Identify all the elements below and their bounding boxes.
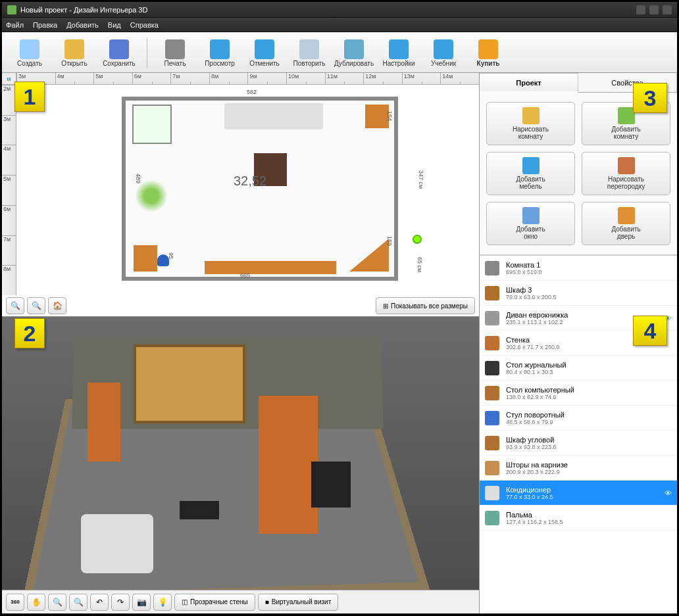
app-icon xyxy=(7,5,16,14)
toolbar-settings[interactable]: Настройки xyxy=(379,39,418,67)
visibility-eye-icon[interactable]: 👁 xyxy=(665,489,672,497)
plan-canvas[interactable]: 32,52 582 347 см 154 489 95 159 65 см 66… xyxy=(16,85,479,295)
toolbar-create[interactable]: Создать xyxy=(10,39,49,67)
action-label: комнату xyxy=(614,133,638,140)
furniture-sofa[interactable] xyxy=(205,261,336,274)
screenshot-button[interactable]: 📷 xyxy=(132,594,151,611)
object-thumb-icon xyxy=(485,261,499,275)
toolbar-undo[interactable]: Отменить xyxy=(245,39,284,67)
view3d-toolbar: 360 ✋ 🔍 🔍 ↶ ↷ 📷 💡 ◫Прозрачные стены ■Вир… xyxy=(2,590,479,613)
object-text: Диван еврокнижка235.1 x 113.1 x 102.2 xyxy=(506,311,665,325)
object-text: Стенка302.6 x 71.7 x 250.0 xyxy=(506,336,672,350)
object-item[interactable]: Шторы на карнизе200.9 x 20.3 x 222.9 xyxy=(480,456,677,481)
object-text: Стол журнальный80.4 x 80.1 x 30.3 xyxy=(506,361,672,375)
furniture-sofa-top[interactable] xyxy=(224,103,323,130)
rotate-360-button[interactable]: 360 xyxy=(6,594,24,611)
menu-3[interactable]: Вид xyxy=(108,21,121,29)
object-dimensions: 138.0 x 62.9 x 74.6 xyxy=(506,394,672,400)
zoom-in-3d-button[interactable]: 🔍 xyxy=(69,594,88,611)
ruler-tick: 4м xyxy=(55,73,94,84)
ruler-tick: 8м xyxy=(2,265,16,295)
furniture-item[interactable] xyxy=(365,105,389,128)
toolbar-open[interactable]: Открыть xyxy=(55,39,94,67)
redo-3d-button[interactable]: ↷ xyxy=(111,594,130,611)
home-button[interactable]: 🏠 xyxy=(48,297,66,314)
action-label: дверь xyxy=(617,233,635,240)
object-item[interactable]: Стенка302.6 x 71.7 x 250.0 xyxy=(480,331,677,356)
object-item[interactable]: Стул поворотный48.5 x 56.6 x 79.9 xyxy=(480,406,677,431)
action-draw-room[interactable]: Нарисоватькомнату xyxy=(486,102,575,145)
object-item[interactable]: Шкаф 379.0 x 63.6 x 200.5 xyxy=(480,281,677,306)
furniture-wardrobe[interactable] xyxy=(132,105,172,144)
scene-3d[interactable] xyxy=(2,317,479,590)
object-item[interactable]: Стол компьютерный138.0 x 62.9 x 74.6 xyxy=(480,381,677,406)
object-thumb-icon xyxy=(485,461,499,475)
transparent-walls-button[interactable]: ◫Прозрачные стены xyxy=(174,594,255,611)
toolbar-save[interactable]: Сохранить xyxy=(99,39,139,67)
toolbar-redo[interactable]: Повторить xyxy=(289,39,329,67)
ruler-unit: м xyxy=(2,73,16,85)
object-name: Диван еврокнижка xyxy=(506,311,665,319)
toolbar-print[interactable]: Печать xyxy=(155,39,195,67)
furniture-corner[interactable] xyxy=(349,239,389,272)
sofa-3d xyxy=(81,514,153,573)
toolbar-buy[interactable]: Купить xyxy=(468,39,508,67)
close-button[interactable] xyxy=(663,5,672,14)
object-item[interactable]: Кондиционер77.0 x 33.0 x 24.5👁 xyxy=(480,481,677,506)
toolbar-preview[interactable]: Просмотр xyxy=(200,39,239,67)
pan-button[interactable]: ✋ xyxy=(27,594,45,611)
menu-2[interactable]: Добавить xyxy=(66,21,99,29)
menubar: ФайлПравкаДобавитьВидСправка xyxy=(2,18,677,32)
action-add-door[interactable]: Добавитьдверь xyxy=(582,202,670,245)
menu-0[interactable]: Файл xyxy=(6,21,24,29)
toolbar-label: Учебник xyxy=(431,60,456,67)
menu-1[interactable]: Правка xyxy=(33,21,57,29)
toolbar-label: Дублировать xyxy=(334,60,374,67)
dim-top: 582 xyxy=(247,89,257,95)
toolbar-help[interactable]: Учебник xyxy=(424,39,463,67)
settings-icon xyxy=(389,39,409,59)
action-draw-part[interactable]: Нарисоватьперегородку xyxy=(582,152,670,195)
draw-room-icon xyxy=(522,107,540,124)
undo-3d-button[interactable]: ↶ xyxy=(90,594,109,611)
zoom-out-3d-button[interactable]: 🔍 xyxy=(48,594,66,611)
ruler-tick: 11м xyxy=(325,73,364,84)
action-add-room[interactable]: Добавитькомнату xyxy=(582,102,670,145)
toolbar-label: Просмотр xyxy=(205,60,235,67)
minimize-button[interactable] xyxy=(636,5,645,14)
action-add-window[interactable]: Добавитьокно xyxy=(486,202,575,245)
object-dimensions: 79.0 x 63.6 x 200.5 xyxy=(506,294,672,300)
lighting-button[interactable]: 💡 xyxy=(153,594,172,611)
object-item[interactable]: Диван еврокнижка235.1 x 113.1 x 102.2👁 xyxy=(480,306,677,331)
object-item[interactable]: Пальма127.4 x 116.2 x 158.5 xyxy=(480,506,677,531)
furniture-desk[interactable] xyxy=(134,245,157,272)
toolbar-label: Купить xyxy=(477,60,500,67)
visibility-eye-icon[interactable]: 👁 xyxy=(665,314,672,322)
view-3d-area[interactable]: 360 ✋ 🔍 🔍 ↶ ↷ 📷 💡 ◫Прозрачные стены ■Вир… xyxy=(2,316,479,613)
object-item[interactable]: Шкаф угловой93.9 x 93.8 x 223.6 xyxy=(480,431,677,456)
object-dimensions: 77.0 x 33.0 x 24.5 xyxy=(506,494,665,500)
zoom-in-button[interactable]: 🔍 xyxy=(27,297,45,314)
tab-properties[interactable]: Свойства xyxy=(578,73,677,92)
action-add-furn[interactable]: Добавитьмебель xyxy=(486,152,575,195)
object-item[interactable]: Комната 1695.0 x 519.0 xyxy=(480,256,677,281)
object-list[interactable]: Комната 1695.0 x 519.0Шкаф 379.0 x 63.6 … xyxy=(480,255,677,613)
object-thumb-icon xyxy=(485,511,499,525)
virtual-tour-button[interactable]: ■Виртуальный визит xyxy=(258,594,339,611)
handle-icon[interactable] xyxy=(413,235,422,244)
maximize-button[interactable] xyxy=(649,5,659,14)
plan-2d-area[interactable]: м 3м4м5м6м7м8м9м10м11м12м13м14м 2м3м4м5м… xyxy=(2,73,479,316)
action-label: Добавить xyxy=(516,176,545,183)
zoom-out-button[interactable]: 🔍 xyxy=(6,297,24,314)
ruler-tick: 7м xyxy=(2,235,16,266)
room-outline[interactable] xyxy=(122,97,398,281)
ruler-tick: 13м xyxy=(402,73,441,84)
menu-4[interactable]: Справка xyxy=(130,21,159,29)
object-item[interactable]: Стол журнальный80.4 x 80.1 x 30.3 xyxy=(480,356,677,381)
add-furn-icon xyxy=(522,157,540,174)
show-dimensions-button[interactable]: ⊞Показывать все размеры xyxy=(376,297,475,314)
plant-icon[interactable] xyxy=(135,179,168,212)
toolbar-duplicate[interactable]: Дублировать xyxy=(334,39,374,67)
tab-project[interactable]: Проект xyxy=(480,73,578,93)
shelf-3d xyxy=(259,396,318,534)
